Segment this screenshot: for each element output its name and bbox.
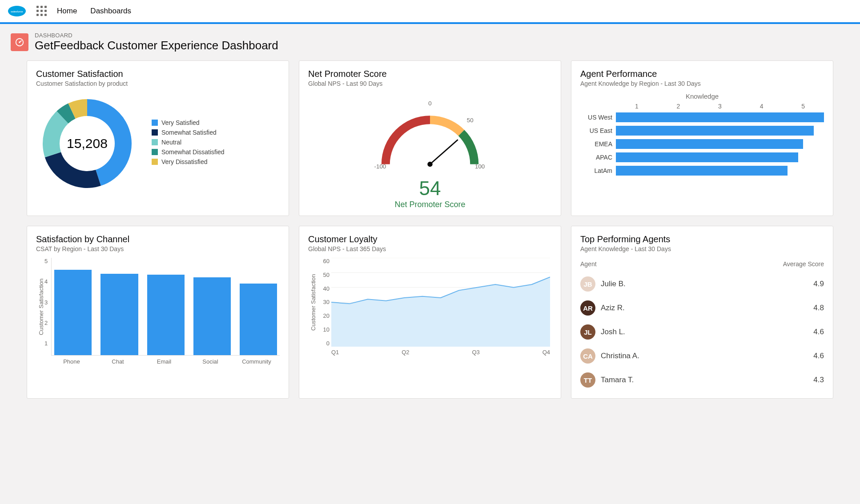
hbar-label: US East [580,127,616,134]
ytick: 20 [316,312,330,319]
xtick: Q2 [402,349,409,356]
agent-name: Christina A. [601,352,639,360]
legend-label: Very Dissatisfied [161,158,207,165]
bar-fill [147,275,185,355]
agent-score: 4.8 [813,304,824,312]
global-header: salesforce Home Dashboards [0,0,860,24]
hbar-fill [616,126,814,136]
gauge-needle-pivot [427,162,432,167]
dashboard-icon [11,33,28,51]
bar-yaxis: 54321 [44,258,51,356]
ytick: 4 [44,278,48,285]
gauge-zone [458,130,478,164]
agent-row[interactable]: ARAziz R.4.8 [580,296,824,320]
ytick: 10 [316,326,330,333]
gauge-chart: -100 0 50 100 [308,92,552,177]
hbar-label: APAC [580,154,616,161]
scale-tick: 5 [782,103,824,110]
agent-row[interactable]: JBJulie B.4.9 [580,272,824,296]
card-subtitle: CSAT by Region - Last 30 Days [36,245,280,252]
ytick: 40 [316,285,330,292]
legend-swatch-very-dissatisfied [152,159,158,165]
xtick: Phone [48,358,95,365]
area-xaxis: Q1Q2Q3Q4 [331,349,550,356]
bar-column [147,258,185,355]
donut-total: 15,208 [67,136,108,151]
card-subtitle: Agent Knowledge - Last 30 Days [580,245,824,252]
nav-dashboards[interactable]: Dashboards [90,7,131,16]
bar-column [240,258,277,355]
hbar-chart: US WestUS EastEMEAAPACLatAm [580,112,824,176]
bar-fill [54,270,92,355]
card-satisfaction-by-channel: Satisfaction by Channel CSAT by Region -… [27,226,289,399]
gauge-tick-min: -100 [374,163,386,170]
avatar: TT [580,372,595,388]
hbar-axis-label: Knowledge [580,92,824,100]
bar-column [54,258,92,355]
primary-nav: Home Dashboards [57,7,131,16]
hbar-label: US West [580,114,616,121]
card-title: Net Promoter Score [308,69,552,79]
page-header: DASHBOARD GetFeedback Customer Experienc… [0,24,860,60]
bar-fill [240,284,277,356]
hbar-row: LatAm [580,166,824,176]
avatar: AR [580,300,595,316]
avatar: JB [580,276,595,292]
legend-swatch-very-satisfied [152,120,158,126]
donut-slice [45,152,101,188]
ytick: 50 [316,272,330,278]
nps-label: Net Promoter Score [308,200,552,209]
card-agent-performance: Agent Performance Agent Knowledge by Reg… [571,60,833,216]
gauge-tick-max: 100 [475,163,485,170]
scale-tick: 3 [699,103,741,110]
scale-tick: 2 [658,103,699,110]
xtick: Chat [95,358,141,365]
agent-name: Tamara T. [601,376,634,384]
donut-chart: 15,208 [36,92,138,195]
hbar-fill [616,166,788,176]
avatar: CA [580,348,595,364]
bar-chart [51,258,280,356]
bar-fill [100,274,138,355]
legend-label: Somewhat Dissatisfied [161,148,225,156]
legend-label: Somewhat Satisfied [161,129,217,136]
area-yaxis: 6050403020100 [316,258,330,347]
agent-name: Josh L. [601,328,625,336]
bar-fill [193,277,231,355]
ytick: 2 [44,320,48,326]
agent-score: 4.3 [813,376,824,384]
ytick: 0 [316,340,330,347]
card-nps: Net Promoter Score Global NPS - Last 90 … [299,60,561,216]
ytick: 1 [44,340,48,347]
svg-point-3 [19,41,20,43]
nav-home[interactable]: Home [57,7,77,16]
legend-label: Very Satisfied [161,119,200,126]
xtick: Q4 [543,349,550,356]
page-title: GetFeedback Customer Experience Dashboar… [35,39,278,52]
xtick: Community [233,358,280,365]
agent-table: Agent Average Score JBJulie B.4.9ARAziz … [580,258,824,392]
agent-name: Julie B. [601,280,626,288]
agent-score: 4.6 [813,328,824,336]
agent-row[interactable]: CAChristina A.4.6 [580,344,824,368]
card-subtitle: Global NPS - Last 365 Days [308,245,552,252]
col-agent: Agent [580,260,597,268]
card-subtitle: Agent Knowledge by Region - Last 30 Days [580,80,824,87]
ytick: 3 [44,299,48,306]
hbar-fill [616,152,798,162]
app-launcher-icon[interactable] [36,6,47,16]
svg-text:salesforce: salesforce [11,10,23,13]
xtick: Social [187,358,233,365]
hbar-row: APAC [580,152,824,162]
agent-row[interactable]: TTTamara T.4.3 [580,368,824,392]
hbar-scale: 12345 [580,103,824,110]
agent-name: Aziz R. [601,304,625,312]
bar-ylabel: Customer Satisfaction [36,258,44,356]
xtick: Email [141,358,187,365]
card-customer-loyalty: Customer Loyalty Global NPS - Last 365 D… [299,226,561,399]
scale-tick: 4 [741,103,783,110]
gauge-zone [430,116,464,136]
hbar-row: EMEA [580,139,824,149]
agent-row[interactable]: JLJosh L.4.6 [580,320,824,344]
card-title: Agent Performance [580,69,824,79]
